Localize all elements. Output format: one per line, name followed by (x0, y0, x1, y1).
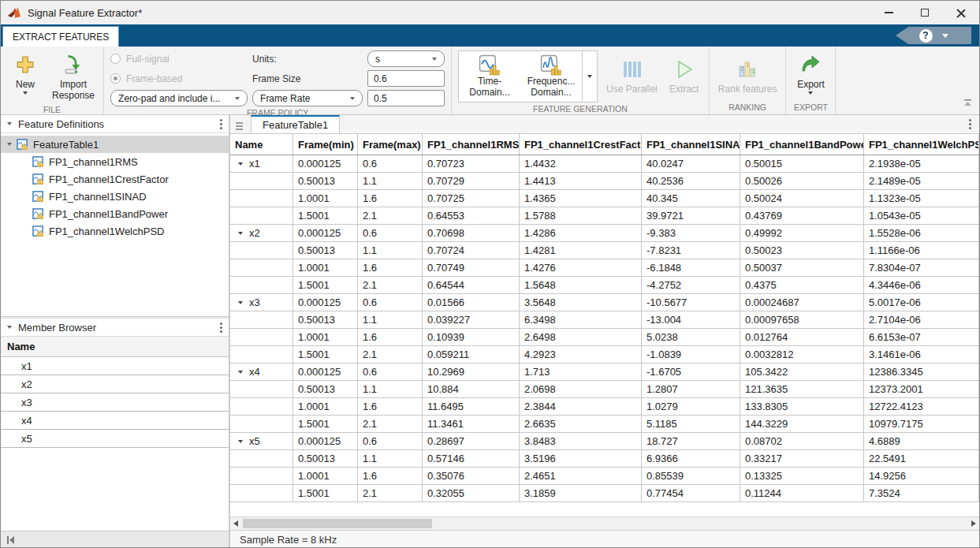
table-cell[interactable]: 0.50013 (293, 173, 358, 190)
collapse-group-icon[interactable] (238, 440, 243, 443)
table-cell[interactable]: 0.059211 (423, 346, 520, 363)
table-cell[interactable]: 0.00097658 (740, 311, 864, 329)
table-cell[interactable]: 1.0001 (293, 468, 358, 485)
table-cell[interactable]: 105.3422 (740, 363, 864, 381)
table-cell[interactable]: 6.6153e-07 (864, 329, 979, 346)
table-cell[interactable]: 2.1 (358, 346, 423, 363)
tree-item-feature[interactable]: FP1_channel1SINAD (1, 188, 229, 205)
table-cell[interactable]: 0.50024 (740, 190, 864, 207)
table-cell[interactable]: 0.70698 (423, 225, 520, 242)
table-cell[interactable]: 3.1859 (520, 485, 642, 502)
table-cell[interactable]: 1.0543e-05 (864, 207, 979, 225)
table-cell[interactable]: 0.000125 (293, 294, 358, 311)
table-cell[interactable]: 18.727 (642, 433, 740, 450)
table-cell[interactable]: 2.1 (358, 207, 423, 225)
table-cell[interactable]: 1.1 (358, 381, 423, 398)
table-cell[interactable]: 0.70723 (423, 155, 520, 173)
table-cell[interactable]: 3.5196 (520, 450, 642, 468)
table-cell[interactable]: 121.3635 (740, 381, 864, 398)
table-cell[interactable]: 0.6 (358, 433, 423, 450)
collapse-group-icon[interactable] (238, 232, 243, 235)
member-row[interactable]: x2 (1, 375, 229, 393)
table-cell[interactable]: 7.8304e-07 (864, 259, 979, 277)
table-cell[interactable]: 11.3461 (423, 416, 520, 433)
table-cell[interactable]: 0.70729 (423, 173, 520, 190)
table-cell[interactable]: 144.3229 (740, 416, 864, 433)
collapse-panel-icon[interactable] (7, 326, 12, 329)
table-cell[interactable]: 0.08702 (740, 433, 864, 450)
help-icon[interactable]: ? (919, 29, 933, 43)
table-cell[interactable]: 1.5788 (520, 207, 642, 225)
export-dropdown-icon[interactable] (808, 91, 813, 95)
tab-featuretable1[interactable]: FeatureTable1 (251, 115, 340, 133)
table-cell[interactable]: -1.6705 (642, 363, 740, 381)
table-cell[interactable]: 0.11244 (740, 485, 864, 502)
table-cell[interactable]: 0.70749 (423, 259, 520, 277)
table-cell[interactable]: 1.5001 (293, 346, 358, 363)
new-dropdown-icon[interactable] (23, 91, 28, 95)
tree-collapse-icon[interactable] (7, 143, 12, 146)
table-cell[interactable]: 0.70725 (423, 190, 520, 207)
table-cell[interactable]: 0.28697 (423, 433, 520, 450)
table-cell[interactable]: 1.5648 (520, 277, 642, 294)
help-dropdown-icon[interactable] (942, 34, 948, 38)
table-cell[interactable]: 0.50037 (740, 259, 864, 277)
table-cell[interactable]: 10.2969 (423, 363, 520, 381)
table-cell[interactable]: 0.50023 (740, 242, 864, 259)
document-menu-icon[interactable] (969, 119, 971, 121)
full-signal-radio[interactable]: Full-signal (110, 50, 248, 67)
collapse-group-icon[interactable] (238, 371, 243, 374)
table-cell[interactable]: 0.50013 (293, 311, 358, 329)
table-cell[interactable]: 0.0032812 (740, 346, 864, 363)
table-cell[interactable]: 0.43769 (740, 207, 864, 225)
table-cell[interactable]: 1.5001 (293, 277, 358, 294)
table-cell[interactable]: 12386.3345 (864, 363, 979, 381)
table-cell[interactable]: 0.6 (358, 363, 423, 381)
table-cell[interactable]: 1.5528e-06 (864, 225, 979, 242)
table-cell[interactable]: 1.4286 (520, 225, 642, 242)
table-cell[interactable]: 0.6 (358, 294, 423, 311)
table-cell[interactable]: 1.0279 (642, 398, 740, 416)
table-cell[interactable]: 1.6 (358, 259, 423, 277)
extract-button[interactable]: Extract (666, 55, 702, 96)
units-dropdown[interactable]: s (367, 50, 445, 67)
table-cell[interactable]: 0.000125 (293, 433, 358, 450)
table-cell[interactable]: 0.64544 (423, 277, 520, 294)
column-header[interactable]: FP1_channel1BandPower (740, 134, 864, 155)
table-cell[interactable]: 12373.2001 (864, 381, 979, 398)
group-name-cell[interactable]: x1 (230, 155, 293, 173)
collapse-ribbon-button[interactable] (963, 96, 973, 110)
table-cell[interactable]: -10.5677 (642, 294, 740, 311)
frame-size-input[interactable]: 0.6 (367, 70, 445, 87)
table-cell[interactable]: 3.8483 (520, 433, 642, 450)
table-cell[interactable]: 11.6495 (423, 398, 520, 416)
table-cell[interactable]: 10.884 (423, 381, 520, 398)
collapse-group-icon[interactable] (238, 162, 243, 166)
table-cell[interactable]: 14.9256 (864, 468, 979, 485)
table-cell[interactable]: 1.6 (358, 329, 423, 346)
table-cell[interactable]: 1.4413 (520, 173, 642, 190)
table-cell[interactable]: 0.49992 (740, 225, 864, 242)
table-cell[interactable]: 1.4432 (520, 155, 642, 173)
column-header[interactable]: Name (230, 134, 293, 155)
table-cell[interactable]: 1.1 (358, 173, 423, 190)
table-cell[interactable]: 2.1489e-05 (864, 173, 979, 190)
table-cell[interactable]: 2.1938e-05 (864, 155, 979, 173)
table-cell[interactable]: 1.713 (520, 363, 642, 381)
frame-based-radio[interactable]: Frame-based (110, 70, 248, 87)
export-button[interactable]: Export (792, 50, 829, 96)
member-row[interactable]: x3 (1, 393, 229, 412)
table-cell[interactable]: 3.1461e-06 (864, 346, 979, 363)
table-cell[interactable]: 0.33217 (740, 450, 864, 468)
table-cell[interactable]: -13.004 (642, 311, 740, 329)
table-cell[interactable]: 1.5001 (293, 207, 358, 225)
table-cell[interactable]: 0.13325 (740, 468, 864, 485)
help-control[interactable]: ? (896, 27, 971, 44)
table-cell[interactable]: 1.0001 (293, 398, 358, 416)
collapse-panel-icon[interactable] (7, 122, 12, 125)
table-cell[interactable]: 0.012764 (740, 329, 864, 346)
frame-rate-dropdown[interactable]: Frame Rate (252, 90, 363, 106)
table-cell[interactable]: 0.01566 (423, 294, 520, 311)
table-cell[interactable]: 2.7104e-06 (864, 311, 979, 329)
table-cell[interactable]: 2.1 (358, 416, 423, 433)
